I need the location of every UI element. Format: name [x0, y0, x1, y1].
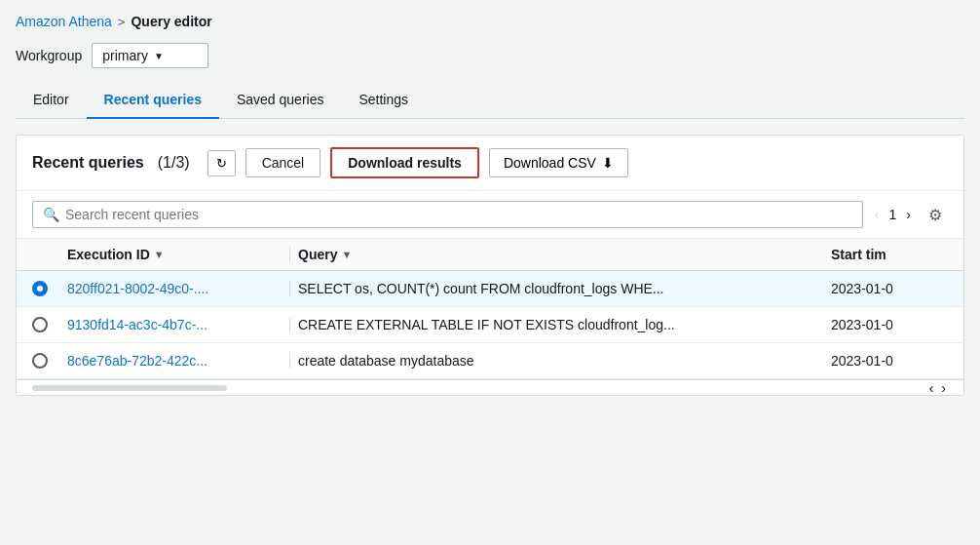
bottom-scroll-arrows: ‹ › [927, 380, 948, 396]
tab-editor[interactable]: Editor [16, 82, 87, 119]
tab-recent-queries[interactable]: Recent queries [87, 82, 219, 119]
cell-execution-id-2[interactable]: 8c6e76ab-72b2-422c... [67, 353, 282, 369]
breadcrumb-current: Query editor [131, 14, 211, 29]
row-divider-0 [289, 281, 290, 296]
workgroup-select[interactable]: primary ▼ [92, 43, 208, 68]
panel-title: Recent queries [32, 154, 144, 172]
scroll-left-button[interactable]: ‹ [927, 380, 936, 396]
horizontal-scrollbar[interactable] [32, 385, 227, 391]
cell-query-2: create database mydatabase [298, 353, 831, 369]
table-row[interactable]: 9130fd14-ac3c-4b7c-... CREATE EXTERNAL T… [17, 307, 963, 343]
cell-query-0: SELECT os, COUNT(*) count FROM cloudfron… [298, 281, 831, 296]
refresh-button[interactable]: ↻ [207, 150, 236, 176]
pagination-next-button[interactable]: › [902, 205, 915, 224]
table-header: Execution ID ▼ Query ▼ Start tim [17, 239, 963, 271]
cancel-button[interactable]: Cancel [245, 148, 321, 177]
download-csv-label: Download CSV [504, 155, 596, 171]
cell-execution-id-1[interactable]: 9130fd14-ac3c-4b7c-... [67, 317, 282, 332]
sort-exec-id-icon[interactable]: ▼ [154, 249, 165, 260]
pagination: ‹ 1 › [871, 205, 915, 224]
download-csv-button[interactable]: Download CSV ⬇ [489, 148, 628, 177]
tab-settings[interactable]: Settings [341, 82, 426, 119]
workgroup-label: Workgroup [16, 48, 82, 63]
radio-unchecked-icon[interactable] [32, 353, 48, 369]
pagination-current: 1 [889, 207, 897, 222]
workgroup-row: Workgroup primary ▼ [16, 43, 964, 68]
col-header-execution-id: Execution ID ▼ [67, 247, 282, 262]
col-divider-1 [289, 247, 290, 262]
col-header-query: Query ▼ [298, 247, 831, 262]
panel-count: (1/3) [158, 154, 190, 172]
search-row: 🔍 ‹ 1 › ⚙ [17, 191, 963, 239]
tabs-bar: Editor Recent queries Saved queries Sett… [16, 82, 964, 119]
row-radio-0[interactable] [32, 281, 67, 296]
search-box[interactable]: 🔍 [32, 201, 863, 228]
col-header-starttime: Start tim [831, 247, 948, 262]
scrollbar-row: ‹ › [17, 379, 963, 395]
row-divider-2 [289, 353, 290, 369]
breadcrumb: Amazon Athena > Query editor [16, 14, 964, 29]
main-panel: Recent queries (1/3) ↻ Cancel Download r… [16, 135, 964, 396]
panel-header: Recent queries (1/3) ↻ Cancel Download r… [17, 136, 963, 191]
cell-starttime-0: 2023-01-0 [831, 281, 948, 296]
row-divider-1 [289, 317, 290, 332]
pagination-prev-button[interactable]: ‹ [871, 205, 884, 224]
scroll-right-button[interactable]: › [939, 380, 948, 396]
cell-execution-id-0[interactable]: 820ff021-8002-49c0-.... [67, 281, 282, 296]
workgroup-value: primary [102, 48, 148, 63]
row-radio-2[interactable] [32, 353, 67, 369]
download-csv-icon: ⬇ [602, 155, 614, 171]
download-results-button[interactable]: Download results [330, 147, 479, 178]
refresh-icon: ↻ [216, 156, 227, 171]
row-radio-1[interactable] [32, 317, 67, 332]
cell-starttime-1: 2023-01-0 [831, 317, 948, 332]
search-input[interactable] [65, 207, 852, 222]
dropdown-caret-icon: ▼ [154, 51, 198, 61]
tab-saved-queries[interactable]: Saved queries [219, 82, 342, 119]
table-settings-button[interactable]: ⚙ [923, 204, 948, 226]
breadcrumb-separator: > [118, 15, 126, 29]
table-row[interactable]: 820ff021-8002-49c0-.... SELECT os, COUNT… [17, 271, 963, 307]
radio-checked-icon[interactable] [32, 281, 48, 296]
radio-unchecked-icon[interactable] [32, 317, 48, 332]
search-icon: 🔍 [43, 207, 59, 222]
breadcrumb-app-link[interactable]: Amazon Athena [16, 14, 112, 29]
table-row[interactable]: 8c6e76ab-72b2-422c... create database my… [17, 343, 963, 379]
cell-starttime-2: 2023-01-0 [831, 353, 948, 369]
cell-query-1: CREATE EXTERNAL TABLE IF NOT EXISTS clou… [298, 317, 831, 332]
sort-query-icon[interactable]: ▼ [341, 249, 352, 260]
